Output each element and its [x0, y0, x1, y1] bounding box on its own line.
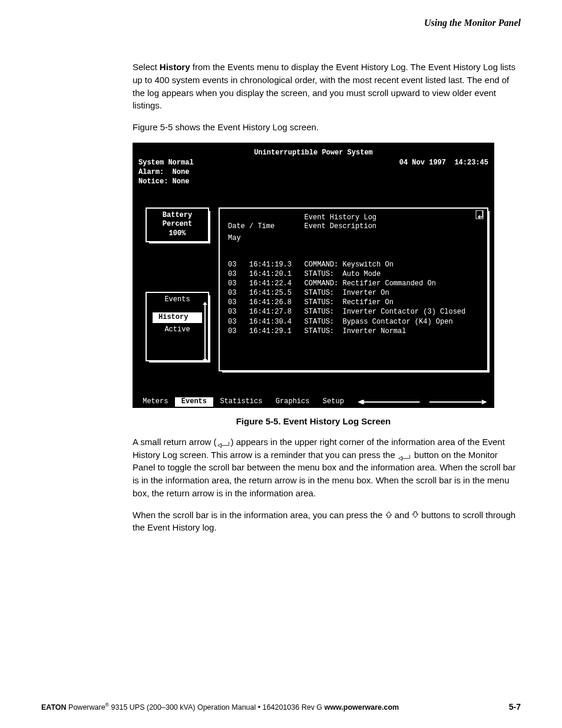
log-row: 03 16:41:19.3 COMMAND: Keyswitch On [228, 260, 480, 269]
paragraph-3: A small return arrow () appears in the u… [133, 436, 518, 500]
event-log-info-area[interactable]: Event History Log Date / Time Event Desc… [219, 207, 488, 371]
svg-marker-7 [217, 443, 221, 447]
screen-body: Battery Percent 100% Events History Acti… [138, 207, 488, 395]
page-footer: EATON Powerware® 9315 UPS (200–300 kVA) … [41, 702, 521, 711]
log-row: 03 16:41:29.1 STATUS: Inverter Normal [228, 327, 480, 336]
battery-box: Battery Percent 100% [146, 207, 209, 242]
svg-marker-8 [399, 456, 402, 460]
log-row: 03 16:41:26.8 STATUS: Rectifier On [228, 298, 480, 307]
battery-l1: Battery [147, 211, 208, 220]
figure-caption: Figure 5-5. Event History Log Screen [133, 416, 494, 426]
menu-bar: Meters Events Statistics Graphics Setup [136, 397, 488, 407]
left-column: Battery Percent 100% Events History Acti… [146, 207, 209, 361]
screen-title: Uninterruptible Power System [138, 149, 488, 158]
menu-scroll-indicator [358, 398, 488, 406]
body-text-block-2: A small return arrow () appears in the u… [133, 436, 518, 534]
log-row: 03 16:41:30.4 STATUS: Bypass Contactor (… [228, 317, 480, 327]
footer-left: EATON Powerware® 9315 UPS (200–300 kVA) … [41, 702, 399, 711]
body-text-block-1: Select History from the Events menu to d… [133, 61, 518, 134]
return-arrow-icon [475, 210, 484, 219]
footer-product-post: 9315 UPS (200–300 kVA) Operation Manual … [109, 703, 325, 711]
svg-marker-10 [412, 512, 418, 518]
page-number: 5-7 [509, 702, 521, 711]
menubar-item-events[interactable]: Events [175, 397, 214, 407]
events-menu-title: Events [147, 295, 208, 305]
paragraph-1: Select History from the Events menu to d… [133, 61, 518, 112]
footer-product-pre: Powerware [67, 703, 105, 711]
paragraph-4: When the scroll bar is in the informatio… [133, 509, 518, 535]
p3a: A small return arrow ( [133, 437, 217, 447]
menubar-item-meters[interactable]: Meters [136, 397, 175, 407]
menubar-item-setup[interactable]: Setup [316, 397, 351, 407]
svg-marker-9 [386, 512, 392, 518]
return-arrow-inline-icon-2 [398, 452, 412, 460]
running-header: Using the Monitor Panel [41, 18, 521, 28]
log-row: 03 16:41:27.8 STATUS: Inverter Contactor… [228, 307, 480, 317]
svg-marker-6 [482, 400, 487, 404]
down-arrow-icon [412, 509, 419, 522]
events-menu-box[interactable]: Events History Active [146, 292, 209, 361]
svg-rect-0 [476, 210, 483, 219]
footer-brand: EATON [41, 703, 67, 711]
log-month: May [228, 234, 480, 243]
log-header: Event History Log Date / Time Event Desc… [228, 213, 480, 232]
figure-5-5: Uninterruptible Power System System Norm… [133, 143, 494, 426]
menu-item-history[interactable]: History [153, 312, 202, 323]
p1-post: from the Events menu to display the Even… [133, 62, 515, 110]
log-row: 03 16:41:20.1 STATUS: Auto Mode [228, 269, 480, 279]
return-arrow-inline-icon-1 [217, 439, 231, 447]
paragraph-2: Figure 5-5 shows the Event History Log s… [133, 121, 518, 134]
menu-item-active[interactable]: Active [147, 325, 208, 335]
status-alarm: Alarm: None [138, 168, 194, 177]
page: Using the Monitor Panel Select History f… [0, 0, 562, 728]
p4b: and [392, 510, 412, 520]
menubar-item-statistics[interactable]: Statistics [213, 397, 269, 407]
battery-l2: Percent [147, 220, 208, 229]
status-notice: Notice: None [138, 177, 194, 187]
scroll-track[interactable] [204, 305, 206, 359]
menubar-item-graphics[interactable]: Graphics [269, 397, 316, 407]
status-left: System Normal Alarm: None Notice: None [138, 159, 194, 186]
event-history-log-screen: Uninterruptible Power System System Norm… [133, 143, 494, 408]
up-arrow-icon [385, 509, 392, 522]
log-rows: 03 16:41:19.3 COMMAND: Keyswitch On03 16… [228, 260, 480, 337]
log-row: 03 16:41:25.5 STATUS: Inverter On [228, 288, 480, 298]
log-row: 03 16:41:22.4 COMMAND: Rectifier Command… [228, 279, 480, 288]
scroll-down-icon[interactable] [203, 359, 207, 362]
status-datetime: 04 Nov 1997 14:23:45 [399, 159, 488, 186]
footer-url: www.powerware.com [325, 703, 399, 711]
p1-pre: Select [133, 62, 160, 72]
battery-l3: 100% [147, 229, 208, 239]
status-bar: System Normal Alarm: None Notice: None 0… [138, 159, 488, 186]
status-system: System Normal [138, 159, 194, 168]
events-scrollbar[interactable] [203, 305, 207, 359]
p4a: When the scroll bar is in the informatio… [133, 510, 385, 520]
p1-bold: History [160, 62, 190, 72]
